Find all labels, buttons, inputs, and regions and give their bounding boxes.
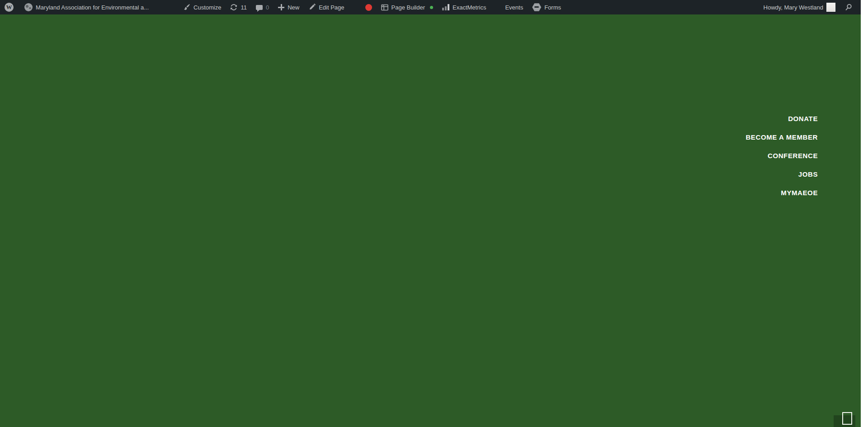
- layout-grid-icon: [381, 4, 388, 11]
- wordpress-menu-item[interactable]: W: [0, 0, 18, 14]
- nav-item: CONFERENCE: [745, 146, 818, 165]
- new-label: New: [288, 4, 299, 11]
- rectangle-outline-icon: [842, 412, 852, 425]
- nav-item: MYMAEOE: [745, 183, 818, 202]
- user-avatar: [826, 3, 835, 12]
- comments-count: 0: [266, 4, 269, 11]
- howdy-label: Howdy, Mary Westland: [764, 4, 823, 11]
- nav-link-mymaeoe[interactable]: MYMAEOE: [781, 189, 818, 197]
- nav-item: DONATE: [745, 109, 818, 128]
- updates-count: 11: [241, 4, 247, 11]
- forms-label: Forms: [544, 4, 561, 11]
- admin-bar-right-group: Howdy, Mary Westland: [759, 0, 861, 14]
- comment-bubble-icon: [256, 5, 263, 10]
- page-builder-label: Page Builder: [392, 4, 425, 11]
- page-builder-status-dot-icon: [430, 6, 433, 9]
- plus-icon: [278, 4, 284, 10]
- update-icon: [230, 4, 237, 11]
- exactmetrics-label: ExactMetrics: [453, 4, 486, 11]
- admin-search-toggle[interactable]: [840, 0, 857, 14]
- browser-scrollbar[interactable]: [861, 0, 868, 427]
- customize-label: Customize: [193, 4, 221, 11]
- hero-utility-nav: DONATE BECOME A MEMBER CONFERENCE JOBS M…: [745, 109, 818, 202]
- nav-link-donate[interactable]: DONATE: [788, 115, 818, 122]
- comments-menu-item[interactable]: 0: [251, 0, 274, 14]
- site-name-label: Maryland Association for Environmental a…: [36, 4, 149, 11]
- hero-section: DONATE BECOME A MEMBER CONFERENCE JOBS M…: [0, 14, 861, 427]
- nav-link-conference[interactable]: CONFERENCE: [768, 152, 818, 160]
- pencil-icon: [308, 4, 316, 11]
- search-icon: [844, 3, 853, 11]
- forms-menu-item[interactable]: Forms: [528, 0, 566, 14]
- nav-item: BECOME A MEMBER: [745, 128, 818, 146]
- record-dot-icon: [365, 4, 372, 11]
- site-name-menu-item[interactable]: Maryland Association for Environmental a…: [20, 0, 153, 14]
- admin-bar-left-group: W Maryland Association for Environmental…: [0, 0, 566, 14]
- my-account-menu-item[interactable]: Howdy, Mary Westland: [759, 0, 840, 14]
- nav-link-become-a-member[interactable]: BECOME A MEMBER: [745, 133, 818, 141]
- gravity-forms-icon: [532, 3, 541, 12]
- updates-menu-item[interactable]: 11: [226, 0, 251, 14]
- recording-indicator-menu-item[interactable]: [361, 0, 377, 14]
- bar-chart-icon: [442, 4, 449, 10]
- events-label: Events: [505, 4, 523, 11]
- paintbrush-icon: [183, 4, 190, 11]
- nav-link-jobs[interactable]: JOBS: [798, 170, 818, 178]
- new-content-menu-item[interactable]: New: [274, 0, 304, 14]
- edit-page-menu-item[interactable]: Edit Page: [304, 0, 349, 14]
- corner-overlay-button[interactable]: [834, 415, 855, 427]
- page-builder-menu-item[interactable]: Page Builder: [377, 0, 438, 14]
- wordpress-logo-icon: W: [5, 3, 14, 12]
- nav-item: JOBS: [745, 165, 818, 183]
- exactmetrics-menu-item[interactable]: ExactMetrics: [438, 0, 491, 14]
- wp-admin-bar: W Maryland Association for Environmental…: [0, 0, 861, 14]
- events-menu-item[interactable]: Events: [500, 0, 528, 14]
- customize-menu-item[interactable]: Customize: [179, 0, 226, 14]
- edit-page-label: Edit Page: [319, 4, 344, 11]
- site-favicon-icon: [24, 3, 33, 11]
